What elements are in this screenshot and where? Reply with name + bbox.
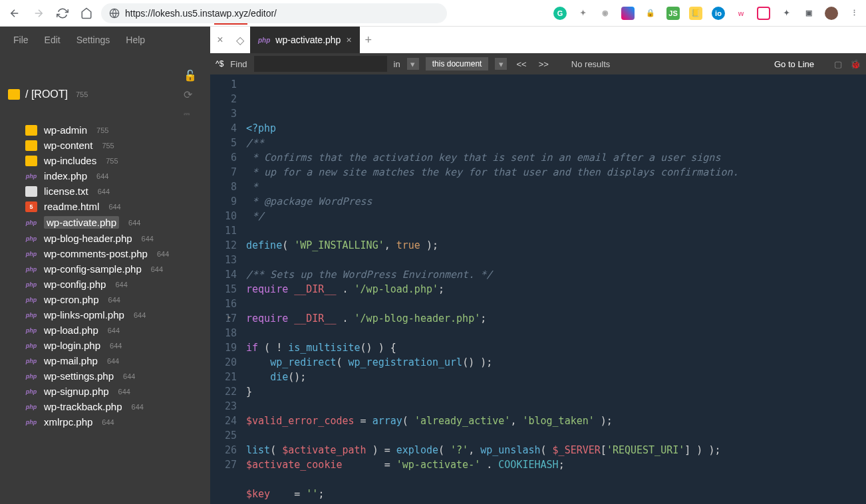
bug-icon[interactable]: 🐞 — [850, 59, 861, 69]
php-icon: php — [25, 356, 37, 366]
file-name: index.php — [44, 170, 87, 182]
find-in-label: in — [394, 59, 400, 69]
menu-edit[interactable]: Edit — [45, 35, 61, 45]
file-row[interactable]: phpwp-config-sample.php644 — [0, 261, 210, 277]
file-row[interactable]: wp-admin755 — [0, 122, 210, 138]
file-row[interactable]: phpxmlrpc.php644 — [0, 414, 210, 430]
url-input[interactable] — [125, 8, 439, 19]
php-icon: php — [25, 217, 37, 228]
file-name: wp-load.php — [44, 324, 98, 336]
find-scope[interactable]: this document — [426, 57, 489, 70]
file-name: license.txt — [44, 186, 88, 197]
ext-note-icon[interactable]: 📒 — [689, 7, 702, 20]
ext-js-icon[interactable]: JS — [666, 7, 680, 20]
extensions-area: G ✦ ◉ 🔒 JS 📒 io w ✦ ▣ ⋮ — [553, 7, 861, 20]
file-row[interactable]: wp-content755 — [0, 138, 210, 153]
file-perm: 644 — [115, 281, 127, 289]
ext-pink-icon[interactable] — [757, 7, 770, 20]
tab-close-icon[interactable]: × — [346, 35, 351, 45]
find-dropdown-2-icon[interactable]: ▾ — [495, 58, 507, 70]
file-row[interactable]: phpwp-cron.php644 — [0, 292, 210, 307]
tab-bar: × ◇ php wp-activate.php × + — [210, 27, 866, 53]
find-dropdown-1-icon[interactable]: ▾ — [407, 58, 419, 70]
ext-w-icon[interactable]: w — [734, 7, 748, 20]
html-icon: 5 — [25, 201, 37, 212]
split-view-icon[interactable]: ▢ — [834, 59, 842, 69]
find-input[interactable] — [254, 56, 387, 72]
find-next-button[interactable]: >> — [536, 59, 551, 69]
menu-settings[interactable]: Settings — [76, 35, 110, 45]
back-button[interactable] — [5, 4, 24, 23]
tab-active[interactable]: php wp-activate.php × — [250, 27, 360, 53]
file-row[interactable]: phpwp-load.php644 — [0, 322, 210, 338]
file-perm: 644 — [128, 219, 140, 227]
editor-pane: × ◇ php wp-activate.php × + ^$ Find in ▾… — [210, 27, 866, 504]
ext-leaf-icon[interactable]: ✦ — [576, 7, 589, 20]
ext-grammarly-icon[interactable]: G — [553, 7, 567, 20]
menu-file[interactable]: File — [13, 35, 29, 45]
php-icon: php — [25, 340, 37, 351]
file-row[interactable]: phpwp-activate.php644 — [0, 214, 210, 231]
forward-button[interactable] — [29, 4, 48, 23]
file-row[interactable]: license.txt644 — [0, 184, 210, 199]
ext-colorful-icon[interactable] — [621, 7, 635, 20]
tab-diamond-icon[interactable]: ◇ — [234, 34, 246, 46]
file-row[interactable]: phpwp-comments-post.php644 — [0, 246, 210, 261]
file-name: wp-mail.php — [44, 355, 98, 366]
file-perm: 644 — [107, 357, 119, 365]
file-perm: 644 — [98, 188, 110, 195]
file-row[interactable]: phpwp-mail.php644 — [0, 353, 210, 368]
file-row[interactable]: phpwp-links-opml.php644 — [0, 307, 210, 322]
ext-device-icon[interactable]: ▣ — [802, 7, 815, 20]
file-name: wp-signup.php — [44, 386, 109, 397]
avatar[interactable] — [825, 7, 838, 20]
file-row[interactable]: phpindex.php644 — [0, 168, 210, 184]
file-name: wp-activate.php — [44, 216, 119, 229]
file-perm: 644 — [108, 296, 120, 304]
file-perm: 755 — [102, 142, 114, 150]
file-row[interactable]: phpwp-signup.php644 — [0, 384, 210, 399]
menu-help[interactable]: Help — [126, 35, 145, 45]
home-button[interactable] — [77, 4, 96, 23]
file-row[interactable]: phpwp-trackback.php644 — [0, 399, 210, 414]
file-perm: 644 — [96, 172, 108, 180]
goto-line-button[interactable]: Go to Line — [774, 59, 814, 69]
file-row[interactable]: phpwp-settings.php644 — [0, 368, 210, 384]
php-icon: php — [25, 249, 37, 259]
file-name: wp-content — [44, 140, 92, 151]
find-shortcut: ^$ — [216, 59, 223, 68]
root-row[interactable]: / [ROOT] 755 🔓 ⟳ ⎓ — [0, 66, 210, 122]
refresh-icon[interactable]: ⟳ — [184, 88, 197, 101]
ext-puzzle-icon[interactable]: ✦ — [780, 7, 793, 20]
plug-icon[interactable]: ⎓ — [184, 108, 197, 120]
file-name: wp-comments-post.php — [44, 248, 148, 259]
reload-button[interactable] — [53, 4, 72, 23]
file-row[interactable]: wp-includes755 — [0, 153, 210, 168]
php-icon: php — [25, 310, 37, 320]
file-row[interactable]: phpwp-config.php644 — [0, 277, 210, 292]
file-perm: 644 — [108, 326, 120, 334]
file-row[interactable]: phpwp-blog-header.php644 — [0, 231, 210, 246]
folder-icon — [8, 89, 20, 100]
menu-dots-icon[interactable]: ⋮ — [847, 7, 861, 20]
code-area[interactable]: 1234567891011121314151617181920212223242… — [210, 74, 866, 504]
file-name: wp-config-sample.php — [44, 263, 142, 275]
find-prev-button[interactable]: << — [513, 59, 529, 69]
tab-close-all-icon[interactable]: × — [214, 34, 226, 46]
file-row[interactable]: phpwp-login.php644 — [0, 338, 210, 353]
ext-io-icon[interactable]: io — [712, 7, 725, 20]
lock-icon[interactable]: 🔓 — [184, 69, 197, 82]
find-bar: ^$ Find in ▾ this document ▾ << >> No re… — [210, 53, 866, 74]
url-bar[interactable] — [101, 3, 447, 23]
find-label: Find — [230, 59, 247, 69]
ext-swirl-icon[interactable]: ◉ — [599, 7, 612, 20]
php-icon: php — [25, 171, 37, 182]
fold-triangle-icon[interactable]: ▸ — [227, 310, 231, 324]
folder-icon — [25, 156, 37, 166]
tab-add-button[interactable]: + — [365, 33, 372, 47]
folder-icon — [25, 140, 37, 151]
ext-lock-icon[interactable]: 🔒 — [644, 7, 657, 20]
file-row[interactable]: 5readme.html644 — [0, 199, 210, 214]
file-name: wp-links-opml.php — [44, 309, 124, 320]
code-content[interactable]: ▸ <?php/** * Confirms that the activatio… — [243, 74, 866, 504]
